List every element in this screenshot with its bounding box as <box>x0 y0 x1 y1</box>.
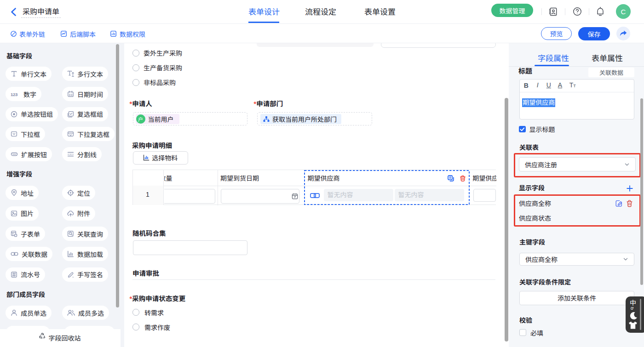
svg-text:123: 123 <box>11 92 17 97</box>
